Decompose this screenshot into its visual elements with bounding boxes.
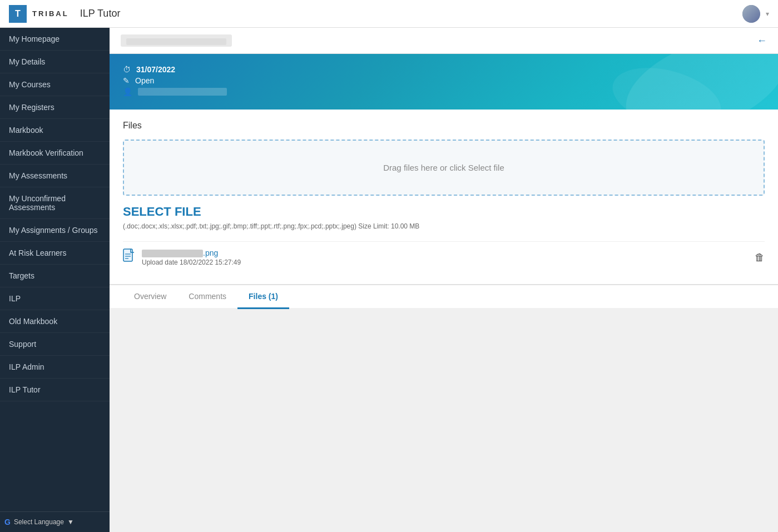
banner-status: Open — [135, 76, 154, 85]
breadcrumb-text — [121, 34, 232, 47]
sidebar-item-ilp-admin[interactable]: ILP Admin — [0, 356, 110, 379]
banner-status-row: ✎ Open — [123, 76, 765, 85]
file-info: .png Upload date 18/02/2022 15:27:49 — [142, 248, 748, 266]
sidebar-item-my-assessments[interactable]: My Assessments — [0, 165, 110, 187]
sidebar-item-at-risk-learners[interactable]: At Risk Learners — [0, 242, 110, 265]
avatar-image — [742, 5, 760, 23]
sidebar-item-support[interactable]: Support — [0, 333, 110, 356]
logo-box: T — [9, 5, 27, 23]
tab-overview[interactable]: Overview — [123, 285, 177, 309]
files-section-title: Files — [123, 121, 765, 131]
file-item: .png Upload date 18/02/2022 15:27:49 🗑 — [123, 241, 765, 273]
tab-files[interactable]: Files (1) — [237, 285, 289, 309]
sidebar-footer: G Select Language ▼ — [0, 511, 110, 532]
sidebar-item-ilp-tutor[interactable]: ILP Tutor — [0, 379, 110, 401]
sidebar-item-my-unconfirmed-assessments[interactable]: My Unconfirmed Assessments — [0, 187, 110, 219]
language-dropdown-arrow[interactable]: ▼ — [67, 518, 74, 526]
sidebar: My Homepage My Details My Courses My Reg… — [0, 28, 110, 532]
drop-zone[interactable]: Drag files here or click Select file — [123, 140, 765, 196]
sidebar-item-targets[interactable]: Targets — [0, 265, 110, 287]
sidebar-item-ilp[interactable]: ILP — [0, 287, 110, 310]
header-right: ▾ — [742, 5, 769, 23]
person-icon: 👤 — [123, 87, 132, 96]
sidebar-item-markbook-verification[interactable]: Markbook Verification — [0, 142, 110, 165]
file-types-label: (.doc;.docx;.xls;.xlsx;.pdf;.txt;.jpg;.g… — [123, 222, 765, 230]
sidebar-item-my-registers[interactable]: My Registers — [0, 96, 110, 119]
sidebar-item-markbook[interactable]: Markbook — [0, 119, 110, 142]
banner-date: 31/07/2022 — [136, 65, 175, 74]
edit-icon: ✎ — [123, 76, 130, 85]
sidebar-item-my-assignments-groups[interactable]: My Assignments / Groups — [0, 219, 110, 242]
person-blurred-bar — [138, 88, 227, 96]
logo-area: T TRIBAL — [9, 5, 69, 23]
content-area: ← ⏱ 31/07/2022 ✎ Open 👤 Files Drag files… — [110, 28, 778, 532]
back-arrow-button[interactable]: ← — [757, 35, 767, 47]
tab-comments[interactable]: Comments — [177, 285, 237, 309]
assessment-banner: ⏱ 31/07/2022 ✎ Open 👤 — [110, 54, 778, 110]
banner-person-row: 👤 — [123, 87, 765, 96]
delete-file-button[interactable]: 🗑 — [755, 252, 765, 263]
clock-icon: ⏱ — [123, 65, 131, 74]
main-layout: My Homepage My Details My Courses My Reg… — [0, 28, 778, 532]
user-dropdown-arrow[interactable]: ▾ — [766, 10, 769, 18]
tabs-bar: Overview Comments Files (1) — [110, 284, 778, 308]
select-file-button[interactable]: SELECT FILE — [123, 205, 765, 219]
banner-date-row: ⏱ 31/07/2022 — [123, 65, 765, 74]
logo-text: TRIBAL — [32, 9, 69, 18]
avatar[interactable] — [742, 5, 760, 23]
file-name[interactable]: .png — [142, 248, 748, 257]
top-header: T TRIBAL ILP Tutor ▾ — [0, 0, 778, 28]
sidebar-item-old-markbook[interactable]: Old Markbook — [0, 310, 110, 333]
breadcrumb-bar: ← — [110, 28, 778, 54]
file-document-icon — [123, 248, 135, 266]
select-language-label[interactable]: Select Language — [14, 518, 64, 526]
google-icon: G — [4, 518, 11, 526]
app-title: ILP Tutor — [80, 8, 121, 19]
files-section: Files Drag files here or click Select fi… — [110, 110, 778, 284]
file-upload-date: Upload date 18/02/2022 15:27:49 — [142, 258, 748, 266]
sidebar-item-my-details[interactable]: My Details — [0, 51, 110, 73]
sidebar-item-my-courses[interactable]: My Courses — [0, 73, 110, 96]
sidebar-item-my-homepage[interactable]: My Homepage — [0, 28, 110, 51]
